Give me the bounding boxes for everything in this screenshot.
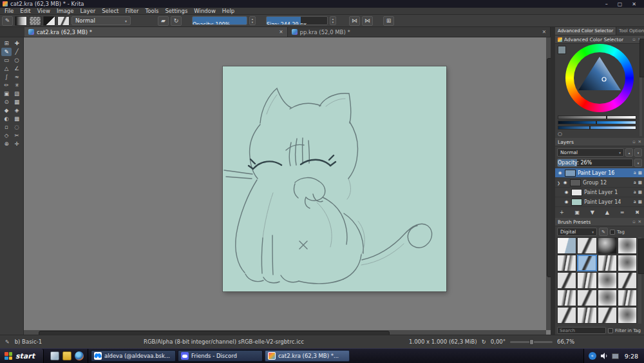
- rect-select-tool[interactable]: ▫: [1, 123, 12, 132]
- eraser-mode-button[interactable]: ▰: [158, 16, 169, 26]
- brush-preset-tile[interactable]: [577, 289, 596, 306]
- canvas[interactable]: [223, 66, 446, 291]
- value-slider[interactable]: [558, 115, 636, 119]
- expand-caret-icon[interactable]: ❯: [557, 181, 560, 185]
- brush-preset-tile[interactable]: [557, 237, 576, 254]
- wrap-around-mode-button[interactable]: ⊞: [383, 16, 394, 26]
- folder-icon[interactable]: [62, 351, 71, 360]
- current-color-patch[interactable]: [558, 46, 566, 54]
- zoom-level-value[interactable]: 66,7%: [557, 338, 574, 345]
- crop-tool[interactable]: ▣: [1, 90, 12, 98]
- document-tab[interactable]: pp.kra (52,0 MB) * ✕: [288, 27, 551, 37]
- document-tab[interactable]: cat2.kra (62,3 MB) * ✕: [24, 27, 288, 37]
- menu-item[interactable]: Filter: [122, 8, 142, 15]
- menu-item[interactable]: Window: [191, 8, 219, 15]
- Paint Layer 16[interactable]: ❯ ◉ Paint Layer 16 a ▦: [555, 168, 644, 178]
- zoom-tool[interactable]: ⊕: [1, 140, 12, 148]
- layer-blend-mode-select[interactable]: Normal ▾: [557, 148, 624, 157]
- move-layer-up-button[interactable]: ▲: [605, 208, 609, 217]
- saturation-value-triangle[interactable]: [574, 54, 625, 104]
- menu-item[interactable]: Layer: [77, 8, 99, 15]
- brush-preset-tile[interactable]: [598, 237, 617, 254]
- brush-preset-tile[interactable]: [618, 255, 637, 271]
- minimize-button[interactable]: –: [605, 1, 608, 7]
- gradient-chooser[interactable]: [15, 16, 27, 26]
- brush-size-slider[interactable]: Size: 244,29 px: [266, 16, 328, 25]
- filter-in-tag-checkbox[interactable]: [608, 328, 613, 333]
- blend-next-button[interactable]: ▾: [634, 148, 642, 157]
- line-tool[interactable]: ╱: [12, 48, 22, 56]
- blue-shade-slider[interactable]: [558, 121, 636, 124]
- layer-opacity-slider[interactable]: Opacity: 26%: [557, 159, 633, 167]
- maximize-button[interactable]: ▢: [618, 1, 623, 7]
- color-dock-scrollbar[interactable]: [639, 36, 642, 136]
- menu-item[interactable]: Image: [53, 8, 77, 15]
- opacity-slider[interactable]: Opacity: 100%: [192, 16, 247, 25]
- brush-preset-tile[interactable]: [598, 307, 617, 324]
- freehand-path-tool[interactable]: ≈: [12, 73, 22, 81]
- dock-tab[interactable]: Tool Options: [616, 27, 644, 35]
- search-input[interactable]: [557, 327, 606, 334]
- taskbar-app-button[interactable]: aldeva (@aldevaa.bsk...: [91, 350, 176, 362]
- layer-decor-icon[interactable]: ▦: [638, 190, 642, 195]
- polygon-select-tool[interactable]: ◇: [1, 132, 12, 140]
- float-docker-icon[interactable]: ▫: [632, 219, 635, 224]
- menu-item[interactable]: Edit: [17, 8, 33, 15]
- bezier-curve-tool[interactable]: ∫: [1, 73, 12, 81]
- Paint Layer 1[interactable]: ❯ ◉ Paint Layer 1 a ▦: [555, 188, 644, 197]
- float-docker-icon[interactable]: ▫: [632, 37, 635, 42]
- visibility-eye-icon[interactable]: ◉: [564, 199, 569, 204]
- close-docker-icon[interactable]: ✕: [638, 219, 641, 224]
- brush-preset-tile[interactable]: [557, 255, 576, 271]
- Paint Layer 14[interactable]: ❯ ◉ Paint Layer 14 a ▦: [555, 197, 644, 207]
- color-sampler-tool[interactable]: ⊙: [1, 98, 12, 106]
- polyline-tool[interactable]: ∠: [12, 64, 22, 73]
- edit-brush-settings-button[interactable]: ✎: [2, 16, 13, 26]
- alpha-lock-icon[interactable]: a: [634, 199, 636, 204]
- saturation-slider[interactable]: [558, 126, 636, 130]
- smart-patch-tool[interactable]: ▩: [12, 115, 22, 123]
- brush-preset-tile[interactable]: [577, 307, 596, 324]
- volume-icon[interactable]: [600, 352, 608, 360]
- float-docker-icon[interactable]: ▫: [632, 139, 635, 144]
- brush-preset-tile[interactable]: [577, 272, 596, 289]
- rectangle-tool[interactable]: ▭: [1, 56, 12, 64]
- preset-grid-scrollbar[interactable]: [638, 237, 641, 324]
- layer-decor-icon[interactable]: ▦: [638, 180, 642, 185]
- close-docker-icon[interactable]: ✕: [638, 139, 641, 144]
- alpha-lock-icon[interactable]: a: [634, 180, 636, 185]
- menu-item[interactable]: Settings: [162, 8, 191, 15]
- move-tool[interactable]: ✚: [12, 39, 22, 48]
- brush-preset-tile[interactable]: [618, 272, 637, 289]
- preset-view-mode-button[interactable]: ✎: [599, 228, 608, 236]
- layer-properties-button[interactable]: ≡: [620, 208, 625, 217]
- brush-preset-tile[interactable]: [598, 289, 617, 306]
- brush-preset-tile[interactable]: [618, 307, 637, 324]
- close-tab-icon[interactable]: ✕: [542, 29, 546, 35]
- menu-item[interactable]: File: [1, 8, 17, 15]
- canvas-angle-value[interactable]: 0,00°: [491, 338, 506, 345]
- reload-preset-button[interactable]: ↻: [171, 16, 182, 26]
- browser-icon[interactable]: [75, 351, 84, 360]
- pattern-tool[interactable]: ▦: [12, 98, 22, 106]
- quicklaunch-app-icon[interactable]: [50, 351, 59, 360]
- visibility-eye-icon[interactable]: ◉: [557, 170, 563, 175]
- alpha-lock-icon[interactable]: a: [634, 170, 636, 175]
- visibility-eye-icon[interactable]: ◉: [562, 180, 568, 185]
- enclose-fill-tool[interactable]: ◈: [12, 106, 22, 115]
- alpha-lock-icon[interactable]: a: [634, 190, 636, 195]
- freehand-brush-tool[interactable]: ✎: [1, 48, 12, 56]
- duplicate-layer-button[interactable]: ▣: [575, 208, 580, 217]
- menu-item[interactable]: Help: [219, 8, 238, 15]
- horizontal-scrollbar[interactable]: [24, 330, 546, 335]
- polygon-tool[interactable]: △: [1, 64, 12, 73]
- mirror-vertical-button[interactable]: ⋈: [362, 16, 373, 26]
- opacity-spinner[interactable]: ▴▾: [249, 16, 256, 25]
- close-button[interactable]: ✕: [632, 1, 636, 7]
- ellipse-select-tool[interactable]: ◌: [12, 123, 22, 132]
- brush-preset-chooser[interactable]: [57, 16, 70, 26]
- add-layer-button[interactable]: +: [560, 208, 564, 217]
- taskbar-app-button[interactable]: cat2.kra (62,3 MB) *...: [265, 350, 350, 362]
- move-layer-down-button[interactable]: ▼: [591, 208, 594, 217]
- dock-tab[interactable]: Advanced Color Selector: [555, 27, 616, 35]
